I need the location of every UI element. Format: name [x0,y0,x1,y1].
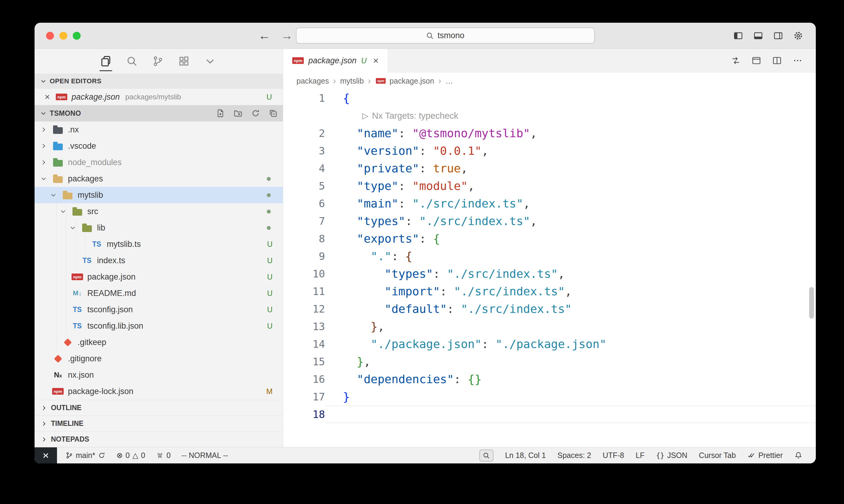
explorer-section-header[interactable]: TSMONO [35,105,283,122]
breadcrumb-separator: › [438,76,441,86]
tree-item-.vscode[interactable]: .vscode [35,138,283,154]
tree-item-.gitignore[interactable]: .gitignore [35,350,283,367]
minimize-window-button[interactable] [59,32,67,40]
problems-status[interactable]: ⊗ 0 △ 0 [116,451,145,460]
codelens-label: Nx Targets: typecheck [372,111,459,121]
scrollbar-thumb[interactable] [809,287,814,319]
code-editor[interactable]: 1{▷Nx Targets: typecheck2 "name": "@tsmo… [283,89,816,447]
formatter-status[interactable]: ✓✓ Prettier [747,451,783,460]
open-preview-icon[interactable] [752,56,761,66]
history-back-button[interactable]: ← [258,29,271,42]
workspace-name-label: TSMONO [50,109,81,118]
history-forward-button[interactable]: → [281,29,293,42]
toggle-left-panel-icon[interactable] [733,31,743,41]
tab-package-json[interactable]: npm package.json U × [283,49,388,72]
search-icon [426,32,434,40]
close-icon[interactable]: × [43,92,52,102]
toggle-right-panel-icon[interactable] [773,31,783,41]
tree-item-label: nx.json [68,371,94,380]
split-editor-icon[interactable] [772,56,782,66]
explorer-actions [216,109,277,118]
code-line-4: 4 "private": true, [283,160,816,177]
settings-gear-icon[interactable] [793,31,803,41]
tree-item-.nx[interactable]: .nx [35,122,283,138]
breadcrumb-item-packages[interactable]: packages [296,77,329,85]
breadcrumb-item-mytslib[interactable]: mytslib [340,77,364,85]
npm-icon: npm [376,78,385,84]
language-mode-status[interactable]: {} JSON [656,451,687,460]
fullscreen-window-button[interactable] [73,32,81,40]
code-line-3: 3 "version": "0.0.1", [283,142,816,160]
md-icon: M↓ [71,289,83,297]
cursor-tab-status[interactable]: Cursor Tab [699,451,736,460]
files-explorer-icon[interactable] [100,55,111,67]
cursor-position-status[interactable]: Ln 18, Col 1 [505,451,546,460]
code-line-7: 7 "types": "./src/index.ts", [283,212,816,230]
collapse-all-icon[interactable] [269,109,277,118]
command-center-search[interactable]: tsmono [296,28,595,43]
zoom-indicator-button[interactable] [479,449,494,462]
source-control-icon[interactable] [152,55,164,67]
search-icon[interactable] [126,55,138,67]
sync-icon [98,452,105,459]
tree-item-package-lock.json[interactable]: npmpackage-lock.jsonM [35,383,283,399]
close-window-button[interactable] [46,32,54,40]
tree-item-label: package-lock.json [68,387,133,396]
tab-close-icon[interactable]: × [373,55,379,66]
git-branch-status[interactable]: main* [66,451,105,460]
codelens[interactable]: ▷Nx Targets: typecheck [283,107,816,125]
tree-item-tsconfig.json[interactable]: TStsconfig.jsonU [35,301,283,318]
tree-item-nx.json[interactable]: Nxnx.json [35,367,283,383]
tree-item-label: tsconfig.lib.json [87,321,143,331]
new-folder-icon[interactable] [234,109,242,118]
code-line-13: 13 }, [283,318,816,335]
breadcrumb-item-…[interactable]: … [445,77,453,85]
open-editors-header[interactable]: OPEN EDITORS [35,74,283,89]
tree-item-label: .gitkeep [77,338,106,347]
ts-icon: TS [91,240,102,248]
code-line-10: 10 "types": "./src/index.ts", [283,265,816,283]
notepads-section-header[interactable]: NOTEPADS [35,431,283,447]
tree-item-index.ts[interactable]: TSindex.tsU [35,252,283,269]
chevron-collapsed-icon [38,157,49,168]
tree-item-.gitkeep[interactable]: .gitkeep [35,334,283,350]
refresh-icon[interactable] [251,109,260,118]
tree-item-label: package.json [87,272,136,282]
tree-item-tsconfig.lib.json[interactable]: TStsconfig.lib.jsonU [35,318,283,334]
tree-item-mytslib.ts[interactable]: TSmytslib.tsU [35,236,283,252]
titlebar: ← → tsmono [35,23,816,49]
tree-item-mytslib[interactable]: mytslib [35,187,283,203]
code-line-5: 5 "type": "module", [283,177,816,195]
vim-mode-indicator[interactable]: -- NORMAL -- [182,451,228,460]
notifications-bell[interactable] [794,451,803,460]
line-number: 12 [283,300,325,318]
eol-status[interactable]: LF [636,451,644,460]
more-actions-icon[interactable] [793,56,803,66]
timeline-section-header[interactable]: TIMELINE [35,416,283,431]
open-editor-item[interactable]: × npm package.json packages/mytslib U [35,89,283,105]
magnifier-icon [483,452,490,459]
broadcast-status[interactable]: 0 [156,451,171,460]
code-line-6: 6 "main": "./src/index.ts", [283,195,816,212]
bell-icon [794,451,803,460]
tree-item-src[interactable]: src [35,203,283,220]
tree-item-package.json[interactable]: npmpackage.jsonU [35,269,283,285]
remote-indicator[interactable] [35,447,57,463]
tree-item-lib[interactable]: lib [35,220,283,236]
indentation-status[interactable]: Spaces: 2 [557,451,591,460]
encoding-status[interactable]: UTF-8 [603,451,624,460]
tree-item-README.md[interactable]: M↓README.mdU [35,285,283,301]
tree-item-packages[interactable]: packages [35,170,283,187]
open-changes-icon[interactable] [731,56,741,66]
tree-item-node_modules[interactable]: node_modules [35,154,283,170]
code-line-9: 9 ".": { [283,248,816,265]
toggle-bottom-panel-icon[interactable] [753,31,763,41]
outline-section-header[interactable]: OUTLINE [35,400,283,416]
ts-icon: TS [71,322,83,330]
new-file-icon[interactable] [216,109,225,118]
chevron-down-icon [40,110,47,116]
views-chevron-icon[interactable] [204,55,216,67]
npm-icon: npm [56,94,67,100]
breadcrumb-item-package.json[interactable]: npmpackage.json [375,77,434,85]
extensions-icon[interactable] [178,55,190,67]
